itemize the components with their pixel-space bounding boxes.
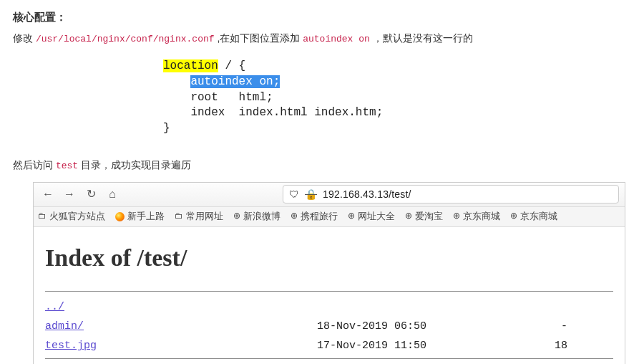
globe-icon: ⊕ (510, 209, 517, 224)
nginx-config-snippet: location / { autoindex on; root html; in… (163, 59, 631, 136)
bookmark-firefox-official[interactable]: 🗀火狐官方站点 (38, 209, 105, 225)
bookmark-jd2[interactable]: ⊕京东商城 (510, 209, 557, 225)
bookmark-taobao[interactable]: ⊕爱淘宝 (405, 209, 443, 225)
text: ，默认是没有这一行的 (373, 32, 473, 44)
code: / { (218, 59, 245, 72)
text: 目录，成功实现目录遍历 (81, 159, 191, 171)
dir-date (317, 297, 489, 317)
bookmark-label: 京东商城 (463, 209, 500, 225)
config-instruction: 修改 /usr/local/nginx/conf/nginx.conf ,在如下… (13, 29, 631, 47)
forward-button[interactable]: → (61, 184, 78, 205)
page-content: Index of /test/ ../ admin/18-Nov-2019 06… (34, 227, 625, 364)
dir-size: - (489, 317, 567, 336)
bookmark-label: 爱淘宝 (415, 209, 443, 225)
divider (45, 358, 613, 359)
section-title: 核心配置： (13, 7, 631, 27)
bookmark-newbie[interactable]: 新手上路 (115, 209, 165, 225)
bookmark-label: 常用网址 (186, 209, 223, 225)
bookmark-label: 新浪微博 (243, 209, 280, 225)
globe-icon: ⊕ (233, 209, 240, 224)
folder-icon: 🗀 (38, 209, 47, 224)
firefox-icon (115, 212, 125, 221)
dir-link-testjpg[interactable]: test.jpg (45, 340, 97, 352)
bookmark-sites[interactable]: ⊕网址大全 (348, 209, 395, 225)
bookmark-label: 火狐官方站点 (49, 209, 105, 225)
bookmarks-bar: 🗀火狐官方站点 新手上路 🗀常用网址 ⊕新浪微博 ⊕携程旅行 ⊕网址大全 ⊕爱淘… (34, 207, 625, 227)
globe-icon: ⊕ (405, 209, 412, 224)
url-text: 192.168.43.13/test/ (323, 186, 411, 203)
bookmark-label: 新手上路 (127, 209, 165, 225)
directory-listing: ../ admin/18-Nov-2019 06:50- test.jpg17-… (45, 297, 613, 355)
bookmark-common[interactable]: 🗀常用网址 (175, 209, 223, 225)
bookmark-label: 网址大全 (358, 209, 395, 225)
globe-icon: ⊕ (291, 209, 298, 224)
globe-icon: ⊕ (348, 209, 355, 224)
dir-size (489, 297, 567, 317)
home-button[interactable]: ⌂ (104, 184, 121, 205)
browser-window: ← → ↻ ⌂ 🛡 🔒 192.168.43.13/test/ 🗀火狐官方站点 … (33, 182, 625, 364)
dir-date: 18-Nov-2019 06:50 (317, 317, 489, 336)
dir-size: 18 (489, 336, 567, 355)
autoindex-code: autoindex on (303, 34, 370, 44)
browser-toolbar: ← → ↻ ⌂ 🛡 🔒 192.168.43.13/test/ (34, 183, 625, 207)
bookmark-label: 京东商城 (520, 209, 557, 225)
bookmark-label: 携程旅行 (301, 209, 338, 225)
dir-date: 17-Nov-2019 11:50 (317, 336, 489, 355)
back-button[interactable]: ← (39, 184, 57, 205)
dir-link-parent[interactable]: ../ (45, 301, 64, 313)
reload-button[interactable]: ↻ (82, 184, 99, 205)
code: } (163, 122, 170, 135)
config-path-code: /usr/local/nginx/conf/nginx.conf (36, 34, 215, 44)
code: root html; (163, 91, 273, 104)
code (163, 75, 190, 88)
text: ,在如下图位置添加 (217, 32, 303, 44)
bookmark-weibo[interactable]: ⊕新浪微博 (233, 209, 280, 225)
folder-icon: 🗀 (175, 209, 183, 224)
hl-autoindex: autoindex on; (190, 75, 280, 88)
dir-link-admin[interactable]: admin/ (45, 320, 84, 332)
hl-location: location (163, 59, 218, 72)
address-bar[interactable]: 🛡 🔒 192.168.43.13/test/ (283, 185, 619, 203)
bookmark-jd1[interactable]: ⊕京东商城 (453, 209, 500, 225)
result-paragraph: 然后访问 test 目录，成功实现目录遍历 (13, 156, 631, 174)
text: 然后访问 (13, 159, 56, 171)
text: 修改 (13, 32, 36, 44)
globe-icon: ⊕ (453, 209, 460, 224)
insecure-lock-icon: 🔒 (305, 186, 317, 203)
divider (45, 291, 613, 292)
code: index index.html index.htm; (163, 106, 383, 119)
test-dir-code: test (56, 161, 78, 171)
shield-icon: 🛡 (289, 186, 299, 203)
bookmark-ctrip[interactable]: ⊕携程旅行 (291, 209, 338, 225)
index-heading: Index of /test/ (45, 236, 613, 279)
